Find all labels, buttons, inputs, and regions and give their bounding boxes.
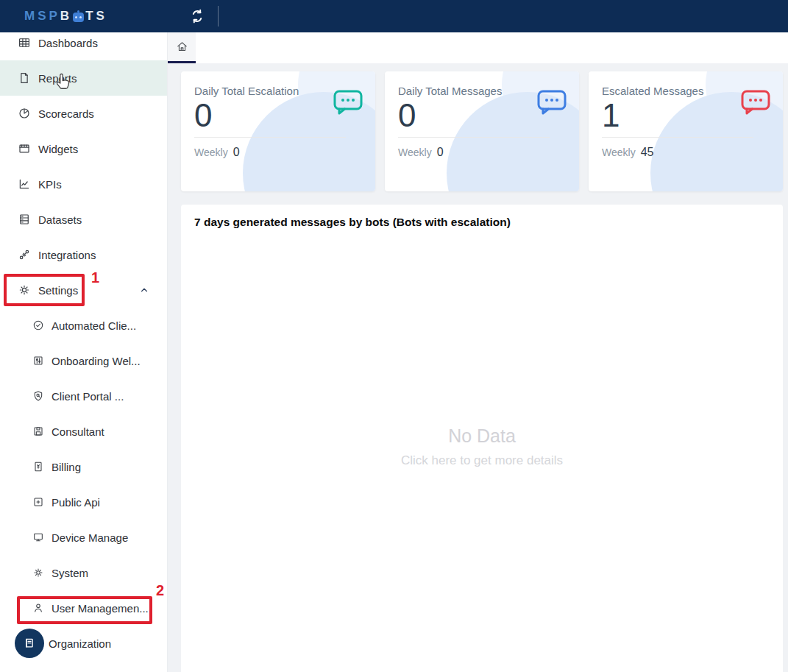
user-icon [32,602,44,614]
weekly-value: 45 [641,146,654,159]
sidebar-item-scorecards[interactable]: Scorecards [0,96,167,131]
main-content: Daily Total Escalation 0 Weekly 0 [168,63,788,672]
shield-search-icon [32,390,44,402]
logo-text-ts: TS [85,9,107,24]
no-data-text: No Data [181,425,783,447]
stat-card-daily-total-escalation[interactable]: Daily Total Escalation 0 Weekly 0 [181,71,375,191]
sidebar-item-billing[interactable]: Billing [0,449,167,484]
sidebar-item-label: Organization [49,637,111,650]
card-divider [194,137,346,138]
weekly-value: 0 [437,146,444,159]
dataset-icon [18,213,31,226]
card-divider [398,137,550,138]
sidebar-item-label: Widgets [38,143,78,155]
widget-icon [18,142,31,155]
floppy-icon [32,425,44,437]
book-icon [23,637,36,650]
gear-icon [32,567,44,579]
plus-square-icon [32,496,44,508]
card-divider [602,137,753,138]
document-icon [18,71,31,85]
refresh-icon[interactable] [188,7,206,25]
sidebar-item-system[interactable]: System [0,555,167,590]
sidebar-item-dashboards[interactable]: Dashboards [0,32,167,60]
gear-icon [18,283,31,297]
header-divider [218,6,219,26]
check-circle-icon [32,319,44,331]
card-title: Escalated Messages [602,85,783,97]
stat-cards-row: Daily Total Escalation 0 Weekly 0 [181,71,783,191]
tab-home[interactable] [168,32,196,63]
sidebar-item-label: User Managemen... [52,602,149,615]
sidebar-item-public-api[interactable]: Public Api [0,484,167,520]
sidebar-item-label: KPIs [38,178,62,191]
sidebar-item-widgets[interactable]: Widgets [0,131,167,166]
sidebar-item-datasets[interactable]: Datasets [0,202,167,237]
sidebar-item-label: Client Portal ... [52,390,124,403]
sidebar-item-label: Automated Clie... [52,319,136,332]
card-title: Daily Total Escalation [194,85,375,97]
home-icon [176,40,188,53]
sidebar-item-label: Integrations [38,249,96,261]
sidebar-item-user-management[interactable]: User Managemen... [0,590,167,626]
monitor-icon [32,531,44,543]
sidebar-item-reports[interactable]: Reports [0,60,167,96]
chart-panel: 7 days generated messages by bots (Bots … [181,205,783,672]
card-value: 0 [194,99,375,132]
sliders-icon [32,355,44,367]
sidebar-item-label: Billing [52,461,81,473]
logo-text-b: B [60,9,72,24]
sidebar-item-client-portal[interactable]: Client Portal ... [0,378,167,414]
stat-card-escalated-messages[interactable]: Escalated Messages 1 Weekly 45 [589,71,783,191]
card-value: 1 [602,99,783,132]
sidebar-item-label: Scorecards [38,107,94,120]
weekly-value: 0 [233,146,240,159]
pie-chart-icon [18,107,31,120]
sidebar-item-integrations[interactable]: Integrations [0,237,167,272]
sidebar-item-label: Settings [38,284,78,297]
sidebar-item-label: Onboarding Wel... [52,355,141,367]
weekly-label: Weekly [602,146,636,158]
stat-card-daily-total-messages[interactable]: Daily Total Messages 0 Weekly 0 [385,71,579,191]
line-chart-icon [18,177,31,191]
sidebar-item-organization[interactable]: Organization [0,626,167,661]
weekly-label: Weekly [194,146,228,158]
sidebar-item-label: Datasets [38,213,82,226]
sidebar-item-label: Dashboards [38,37,98,49]
sidebar-item-device-manage[interactable]: Device Manage [0,520,167,555]
app-header: MSPBTS [0,0,788,32]
robot-logo-icon [73,13,84,22]
plug-icon [18,248,31,261]
sidebar-item-automated-client[interactable]: Automated Clie... [0,308,167,343]
logo-text-msp: MSP [24,9,60,24]
weekly-label: Weekly [398,146,432,158]
card-title: Daily Total Messages [398,85,579,97]
sidebar-item-label: Consultant [52,425,104,438]
sidebar-item-label: Reports [38,72,77,85]
sidebar-item-label: Public Api [52,496,100,509]
sidebar: Dashboards Reports Scorecards Widgets KP… [0,32,168,672]
sidebar-item-settings[interactable]: Settings [0,272,167,308]
sidebar-item-kpis[interactable]: KPIs [0,166,167,202]
card-value: 0 [398,99,579,132]
sidebar-nav: Dashboards Reports Scorecards Widgets KP… [0,32,167,661]
grid-icon [18,36,31,49]
no-data-details-link[interactable]: Click here to get more details [181,453,783,468]
sidebar-item-label: Device Manage [52,531,128,544]
sidebar-item-onboarding[interactable]: Onboarding Wel... [0,343,167,378]
chart-panel-title: 7 days generated messages by bots (Bots … [181,205,783,229]
tab-bar [168,32,788,63]
sidebar-item-label: System [52,567,88,579]
chevron-up-icon[interactable] [139,285,149,295]
no-data-block: No Data Click here to get more details [181,425,783,468]
billing-icon [32,461,44,473]
app-window: MSPBTS Dashboards Reports [0,0,788,672]
sidebar-item-consultant[interactable]: Consultant [0,414,167,449]
mspbots-logo: MSPBTS [24,9,107,24]
organization-avatar [15,629,44,658]
